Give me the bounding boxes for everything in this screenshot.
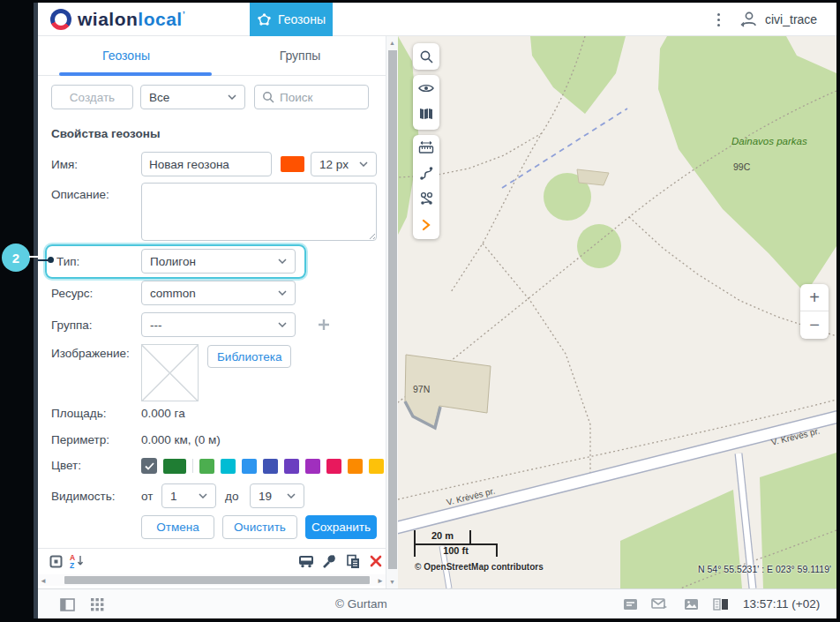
top-header: wialonlocalʼ Геозоны civi_trace [38,3,836,36]
resource-select-value: common [150,287,278,300]
wrench-icon[interactable] [320,553,338,569]
scroll-right-arrow[interactable]: ► [377,577,384,585]
ruler-icon[interactable] [413,135,439,161]
expand-tools-chevron-icon[interactable] [413,212,439,237]
gallery-icon[interactable] [681,596,701,612]
save-button[interactable]: Сохранить [305,515,377,539]
filter-select-value: Все [149,91,228,104]
scroll-up-arrow[interactable]: ▲ [389,40,395,46]
map-attribution: © OpenStreetMap contributors [415,562,544,572]
image-label: Изображение: [51,347,130,360]
toolbar-divider [38,548,386,549]
copy-icon[interactable] [344,553,362,569]
zone-color-selected[interactable] [163,459,186,474]
tab-groups[interactable]: Группы [214,36,386,75]
cancel-button[interactable]: Отмена [141,515,214,539]
palette-color[interactable] [348,459,363,474]
monochrome-icon[interactable] [47,553,64,569]
logo-mark: ʼ [183,10,186,20]
app-tab-label: Геозоны [278,12,326,26]
scroll-left-arrow[interactable]: ◄ [40,577,47,585]
screen: 2 wialonlocalʼ Геозоны [0,0,840,622]
chevron-down-icon [278,259,287,264]
route-icon[interactable] [413,161,439,186]
user-account-icon[interactable] [739,9,760,34]
sort-az-icon[interactable]: A Z [66,553,87,569]
palette-color[interactable] [221,459,236,474]
more-menu-icon[interactable] [710,10,726,29]
group-select[interactable]: --- [141,312,296,337]
tab-geofences-app[interactable]: Геозоны [250,3,333,36]
add-group-icon[interactable] [313,312,334,337]
name-label: Имя: [51,158,78,171]
type-label: Тип: [56,255,79,268]
palette-color[interactable] [263,459,278,474]
name-input[interactable] [141,152,272,176]
callout-step-badge: 2 [2,244,30,272]
geofence-icon [257,12,272,26]
notes-icon[interactable] [620,596,640,612]
chevron-down-icon [278,322,287,327]
visibility-from-select[interactable]: 1 [161,483,216,508]
visibility-to-select[interactable]: 19 [250,483,304,508]
type-select-value: Полигон [150,255,278,268]
logo-local: local [138,9,182,29]
horizontal-scrollbar[interactable]: ◄ ► [38,574,386,586]
park-name-label: Dainavos parkas [731,136,807,146]
group-select-value: --- [150,318,278,332]
map-search-icon[interactable] [413,43,439,69]
create-button[interactable]: Создать [51,85,133,109]
search-input[interactable] [280,91,359,104]
filter-select[interactable]: Все [140,85,245,109]
map[interactable]: Dainavos parkas 99C 97N V. Krėvės pr. V.… [398,36,836,588]
chevron-down-icon [359,161,368,167]
name-color-swatch[interactable] [281,156,304,172]
area-label: Площадь: [51,407,107,420]
clear-button[interactable]: Очистить [222,515,297,539]
svg-text:Z: Z [70,561,74,569]
image-placeholder[interactable] [141,344,199,401]
font-size-select[interactable]: 12 px [311,152,377,176]
status-bar: © Gurtam 13:57:11 [38,588,836,618]
vertical-scroll-thumb[interactable] [388,50,397,569]
search-box [254,85,369,109]
username[interactable]: civi_trace [765,12,817,26]
clock: 13:57:11 (+02) [743,597,820,611]
scroll-down-arrow[interactable]: ▼ [389,579,395,585]
tab-geozones[interactable]: Геозоны [38,36,214,75]
collapse-panel-icon[interactable] [57,596,77,612]
palette-color[interactable] [305,459,320,474]
messages-icon[interactable] [650,596,670,612]
palette-divider [192,459,193,473]
geofences-panel: Геозоны Группы Создать Все Свойства геоз… [38,36,398,588]
zoom-out-button[interactable]: − [800,311,829,339]
zoom-in-button[interactable]: + [800,284,829,311]
layout-mode-icon[interactable] [711,596,731,612]
palette-color[interactable] [369,459,384,474]
palette-color[interactable] [199,459,214,474]
description-textarea[interactable] [141,183,377,241]
geofence-nodes-icon[interactable] [413,186,439,212]
resource-label: Ресурс: [51,287,93,300]
palette-color[interactable] [284,459,299,474]
palette-color[interactable] [242,459,257,474]
map-layers-icon[interactable] [413,101,439,126]
wialon-logo: wialonlocalʼ [50,6,185,33]
delete-x-icon[interactable] [367,553,385,569]
callout-connector [29,256,38,258]
wialon-logo-text: wialonlocalʼ [78,9,185,30]
color-checkbox[interactable] [141,458,157,474]
eye-icon[interactable] [413,75,439,101]
scale-metric: 20 m [414,530,471,543]
plot-99c-label: 99C [733,161,751,172]
apps-grid-icon[interactable] [87,596,107,612]
type-select[interactable]: Полигон [141,249,296,274]
vertical-scrollbar[interactable]: ▲ ▼ [386,36,398,588]
horizontal-scroll-thumb[interactable] [64,576,370,584]
palette-color[interactable] [326,459,341,474]
visibility-to-value: 19 [259,490,287,503]
unit-icon[interactable] [296,553,317,569]
resource-select[interactable]: common [141,281,296,305]
library-button[interactable]: Библиотека [207,345,291,368]
chevron-down-icon [278,290,287,296]
